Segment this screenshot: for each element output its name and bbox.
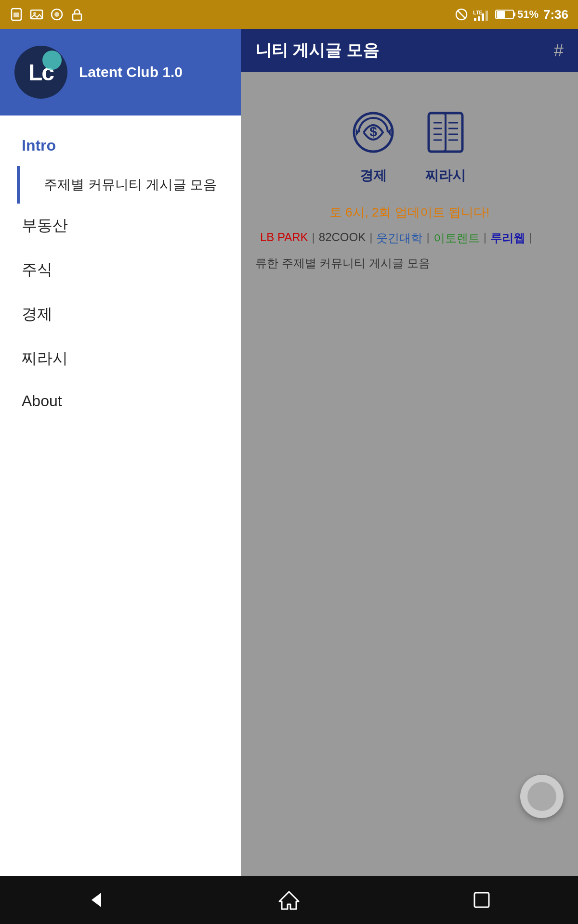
svg-line-8 [458,11,465,18]
svg-rect-16 [497,11,505,18]
svg-rect-22 [429,113,446,152]
content-area: 니티 게시글 모음 # $ [241,29,578,876]
content-description: 류한 주제별 커뮤니티 게시글 모음 [255,256,564,271]
drawer-nav: Intro 주제별 커뮤니티 게시글 모음 부동산 주식 경제 찌라시 [0,116,241,876]
back-button[interactable] [82,886,111,914]
status-bar-right-icons: LTE 51% 7:36 [455,7,568,22]
nav-item-jjirasi[interactable]: 찌라시 [0,336,241,381]
main-layout: Lc Latent Club 1.0 Intro 주제별 커뮤니티 게시글 모음… [0,29,578,876]
nav-item-about[interactable]: About [0,381,241,422]
floating-action-button[interactable] [520,775,564,818]
svg-text:$: $ [369,124,377,139]
content-body: $ 경제 [241,72,578,285]
status-bar: LTE 51% 7:36 [0,0,578,29]
content-title: 니티 게시글 모음 [255,39,379,62]
source-ruriweb[interactable]: 루리웹 [490,231,525,246]
source-etorent[interactable]: 이토렌트 [434,231,480,246]
jjirasi-label: 찌라시 [425,167,466,185]
navigation-drawer: Lc Latent Club 1.0 Intro 주제별 커뮤니티 게시글 모음… [0,29,241,876]
app-name: Latent Club 1.0 [79,64,183,80]
source-utdl[interactable]: 웃긴대학 [376,231,422,246]
svg-rect-6 [73,14,81,20]
nav-item-intro[interactable]: Intro [0,125,241,166]
economy-svg-icon: $ [349,108,397,156]
hash-symbol: # [554,40,564,61]
sim-icon [10,8,23,21]
svg-point-5 [54,12,59,17]
svg-text:LTE: LTE [473,10,483,15]
no-signal-icon [455,8,468,21]
svg-rect-11 [478,16,480,21]
drawer-header: Lc Latent Club 1.0 [0,29,241,116]
economy-category-item[interactable]: $ 경제 [347,106,400,185]
home-button[interactable] [275,886,303,914]
svg-rect-33 [474,893,489,907]
divider-1: | [312,231,315,246]
signal-icon: LTE [473,8,490,21]
fab-inner [527,782,556,811]
divider-5: | [529,231,532,246]
lock-icon [70,8,84,21]
jjirasi-category-item[interactable]: 찌라시 [419,106,472,185]
svg-rect-15 [513,13,515,16]
bottom-navigation-bar [0,876,578,924]
battery-shape [495,9,516,20]
svg-rect-12 [482,13,484,21]
divider-2: | [369,231,372,246]
recents-icon [470,888,494,912]
nav-item-stock[interactable]: 주식 [0,248,241,292]
economy-icon-box: $ [347,106,400,159]
status-bar-left-icons [10,8,84,21]
svg-marker-31 [92,893,101,907]
record-icon [50,8,64,21]
svg-marker-32 [279,892,299,909]
recents-button[interactable] [467,886,496,914]
svg-rect-1 [13,13,19,17]
nav-item-economy[interactable]: 경제 [0,292,241,336]
svg-rect-10 [474,18,476,21]
divider-4: | [484,231,486,246]
update-schedule-text: 토 6시, 2회 업데이트 됩니다! [255,204,564,221]
svg-rect-13 [486,11,488,21]
nav-sub-item-intro[interactable]: 주제별 커뮤니티 게시글 모음 [17,166,241,204]
home-icon [277,888,301,912]
divider-3: | [426,231,429,246]
photo-icon [30,8,43,21]
jjirasi-svg-icon [421,108,470,156]
economy-label: 경제 [360,167,387,185]
battery-percent: 51% [517,8,539,21]
source-82cook[interactable]: 82COOK [319,231,366,246]
back-arrow-icon [84,888,108,912]
jjirasi-icon-box [419,106,472,159]
battery-icon: 51% [495,8,539,21]
app-logo: Lc [14,46,67,99]
source-lb[interactable]: LB PARK [260,231,308,246]
category-icon-grid: $ 경제 [255,106,564,185]
nav-item-realestate[interactable]: 부동산 [0,204,241,248]
content-header: 니티 게시글 모음 # [241,29,578,72]
clock: 7:36 [543,7,568,22]
svg-point-3 [33,12,36,15]
source-links-row: LB PARK | 82COOK | 웃긴대학 | 이토렌트 | 루리웹 | [255,231,564,246]
